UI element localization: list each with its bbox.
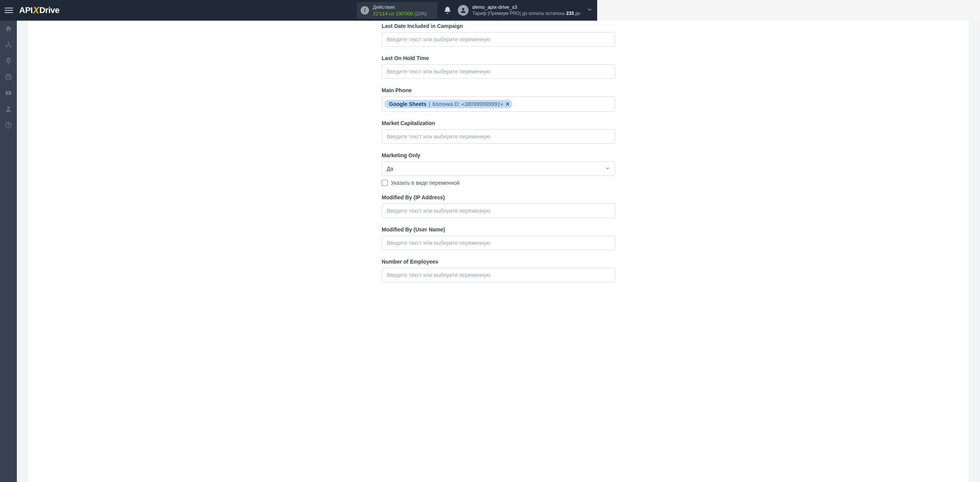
field-last-hold: Last On Hold Time [382, 55, 597, 79]
sidebar-help[interactable] [0, 117, 17, 133]
checkbox-as-variable[interactable]: Указать в виде переменной [382, 180, 597, 186]
input-last-hold[interactable] [382, 64, 597, 79]
input-market-cap[interactable] [382, 129, 597, 144]
variable-tag-main-phone: Google Sheets | Колонка D: «380999999991… [384, 100, 512, 108]
user-info: demo_apix-drive_s3 Тариф |Премиум PRO| д… [472, 4, 580, 16]
select-value: Да [387, 166, 393, 172]
sidebar-home[interactable] [0, 21, 17, 37]
input-modified-user[interactable] [382, 236, 597, 250]
top-bar: API X Drive i Действия: 22'114 из 100'00… [0, 0, 597, 21]
avatar-icon [458, 5, 469, 16]
input-last-date[interactable] [382, 32, 597, 47]
actions-numbers: 22'114 из 100'000 (22%) [373, 11, 427, 17]
logo[interactable]: API X Drive [19, 5, 59, 16]
svg-point-1 [8, 42, 9, 43]
tag-value: «380999999991» [461, 101, 503, 107]
actions-label: Действия: [373, 4, 427, 10]
input-num-employees[interactable] [382, 268, 597, 282]
sidebar [0, 21, 17, 294]
field-market-cap: Market Capitalization [382, 120, 597, 144]
field-modified-user: Modified By (User Name) [382, 226, 597, 250]
checkbox-label: Указать в виде переменной [391, 180, 460, 186]
label-last-date: Last Date Included in Campaign [382, 23, 597, 29]
label-market-cap: Market Capitalization [382, 120, 597, 126]
field-last-date: Last Date Included in Campaign [382, 23, 597, 47]
svg-point-5 [7, 106, 10, 109]
content-area: Last Date Included in Campaign Last On H… [17, 21, 597, 294]
tag-remove-icon[interactable]: ✕ [505, 101, 510, 107]
user-menu[interactable]: demo_apix-drive_s3 Тариф |Премиум PRO| д… [458, 4, 580, 16]
tag-source: Google Sheets [389, 101, 426, 107]
sidebar-billing[interactable] [0, 53, 17, 69]
sidebar-connections[interactable] [0, 37, 17, 53]
actions-usage-box[interactable]: i Действия: 22'114 из 100'000 (22%) [357, 2, 437, 19]
label-last-hold: Last On Hold Time [382, 55, 597, 61]
user-tariff: Тариф |Премиум PRO| до оплаты осталось 2… [472, 11, 580, 17]
sidebar-profile[interactable] [0, 101, 17, 117]
actions-text: Действия: 22'114 из 100'000 (22%) [373, 4, 427, 16]
logo-api-text: API [19, 5, 33, 15]
input-main-phone[interactable]: Google Sheets | Колонка D: «380999999991… [382, 96, 597, 112]
bell-icon[interactable] [443, 6, 452, 15]
field-main-phone: Main Phone Google Sheets | Колонка D: «3… [382, 87, 597, 112]
form-card: Last Date Included in Campaign Last On H… [28, 21, 597, 294]
actions-used: 22'114 [373, 11, 388, 16]
label-marketing-only: Marketing Only [382, 152, 597, 158]
info-icon: i [361, 6, 369, 15]
actions-total: 100'000 [395, 11, 413, 16]
tag-column: Колонка D: [433, 101, 460, 107]
svg-point-0 [462, 8, 464, 10]
topbar-right: i Действия: 22'114 из 100'000 (22%) demo… [357, 2, 593, 19]
input-modified-ip[interactable] [382, 204, 597, 218]
field-modified-ip: Modified By (IP Address) [382, 194, 597, 218]
field-num-employees: Number of Employees [382, 259, 597, 282]
sidebar-briefcase[interactable] [0, 69, 17, 85]
label-modified-user: Modified By (User Name) [382, 226, 597, 233]
form-area: Last Date Included in Campaign Last On H… [382, 21, 597, 294]
label-num-employees: Number of Employees [382, 259, 597, 265]
select-marketing-only[interactable]: Да [382, 161, 597, 176]
sidebar-video[interactable] [0, 85, 17, 101]
user-name: demo_apix-drive_s3 [472, 4, 580, 11]
hamburger-menu-button[interactable] [5, 5, 15, 16]
logo-drive-text: Drive [39, 5, 60, 15]
actions-of: из [389, 11, 394, 16]
chevron-down-icon[interactable] [586, 7, 593, 14]
checkbox-icon [382, 180, 388, 186]
actions-percent: (22%) [415, 11, 427, 16]
field-marketing-only: Marketing Only Да Указать в виде перемен… [382, 152, 597, 186]
label-modified-ip: Modified By (IP Address) [382, 194, 597, 200]
tag-separator: | [429, 101, 430, 107]
label-main-phone: Main Phone [382, 87, 597, 93]
logo-x-text: X [33, 5, 39, 16]
